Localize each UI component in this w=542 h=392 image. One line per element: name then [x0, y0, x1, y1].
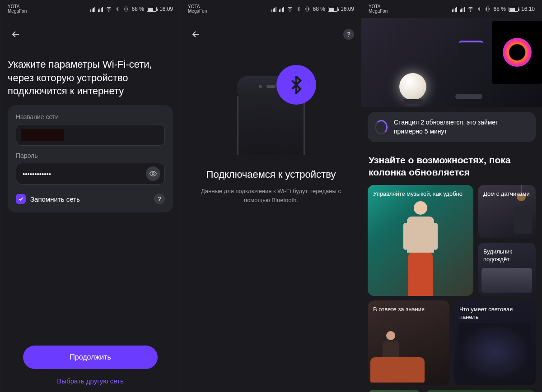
battery-icon [509, 7, 519, 12]
banner-text: Станция 2 обновляется, это займет пример… [394, 118, 528, 136]
bluetooth-icon [477, 6, 482, 12]
svg-point-0 [108, 11, 109, 11]
arrow-left-icon [191, 29, 201, 40]
updating-screen: YOTA MegaFon 68 % 16:10 Станция 2 обновл… [361, 0, 542, 392]
battery-icon [328, 7, 338, 12]
carrier-2: MegaFon [369, 9, 388, 14]
card-knowledge[interactable]: В ответе за знания [368, 300, 449, 385]
wifi-icon [287, 6, 293, 12]
battery-icon [147, 7, 157, 12]
card-news[interactable]: Слушайте интересные вам новости и шоу Ал… [425, 390, 536, 392]
svg-rect-4 [306, 7, 308, 11]
bluetooth-icon [287, 76, 305, 94]
card-title: Дом с датчиками [483, 190, 530, 198]
vibrate-icon [485, 6, 491, 12]
network-label: Название сети [16, 113, 165, 120]
card-light-panel[interactable]: Что умеет световая панель [454, 300, 536, 385]
wifi-icon [467, 6, 474, 12]
vibrate-icon [304, 6, 310, 12]
hero-image [361, 18, 542, 107]
eye-icon [149, 170, 157, 178]
signal-icon [90, 7, 95, 12]
signal-icon [271, 7, 276, 12]
remember-network-checkbox[interactable] [16, 194, 26, 204]
status-bar: YOTA MegaFon 68 % 16:09 [0, 0, 180, 18]
wifi-form: Название сети Пароль Запомнить сеть ? [8, 105, 173, 212]
battery-pct: 68 % [494, 6, 506, 12]
card-title: В ответе за знания [373, 306, 444, 314]
status-bar: YOTA MegaFon 68 % 16:10 [361, 0, 542, 18]
svg-point-3 [290, 11, 290, 11]
card-sensors[interactable]: Дом с датчиками [478, 185, 536, 238]
bluetooth-icon [115, 6, 120, 12]
status-bar: YOTA MegaFon 68 % 16:09 [181, 0, 361, 18]
vibrate-icon [123, 6, 129, 12]
clock: 16:09 [341, 6, 354, 12]
page-title: Укажите параметры Wi-Fi-сети, через кото… [0, 42, 180, 105]
check-icon [18, 196, 24, 202]
connecting-screen: YOTA MegaFon 68 % 16:09 ? Подключаемся к… [181, 0, 361, 392]
connecting-subtitle: Данные для подключения к Wi-Fi будут пер… [181, 180, 361, 211]
signal-icon-2 [98, 7, 103, 12]
spinner-icon [375, 120, 388, 134]
remember-network-label: Запомнить сеть [30, 195, 150, 203]
bluetooth-badge [276, 65, 316, 105]
bluetooth-icon [296, 6, 301, 12]
back-button[interactable] [188, 26, 204, 42]
battery-pct: 68 % [313, 6, 325, 12]
carrier-2: MegaFon [8, 9, 27, 14]
svg-point-2 [152, 173, 154, 175]
back-button[interactable] [8, 26, 24, 42]
wifi-settings-screen: YOTA MegaFon 68 % 16:09 Укажите параметр… [0, 0, 181, 392]
svg-rect-1 [125, 7, 127, 11]
carrier-2: MegaFon [188, 9, 207, 14]
svg-point-5 [470, 11, 471, 11]
arrow-left-icon [10, 29, 21, 40]
card-time[interactable]: Как всё успеть [368, 390, 421, 392]
card-alarm[interactable]: Будильник подождёт [478, 243, 536, 296]
clock: 16:10 [521, 6, 535, 12]
wifi-icon [106, 6, 112, 12]
card-title: Что умеет световая панель [459, 306, 530, 321]
toggle-password-visibility[interactable] [146, 166, 160, 181]
help-button[interactable]: ? [343, 29, 354, 40]
signal-icon-2 [460, 7, 465, 12]
password-label: Пароль [16, 152, 165, 159]
connecting-title: Подключаемся к устройству [181, 169, 361, 180]
feature-cards: Управляйте музыкой, как удобно Дом с дат… [361, 185, 542, 392]
card-music[interactable]: Управляйте музыкой, как удобно [368, 185, 473, 296]
signal-icon [452, 7, 457, 12]
svg-rect-6 [486, 7, 489, 11]
network-name-input[interactable] [16, 124, 165, 146]
features-title: Узнайте о возможностях, пока колонка обн… [361, 147, 542, 185]
card-title: Управляйте музыкой, как удобно [373, 190, 468, 198]
password-input[interactable] [16, 163, 165, 184]
continue-button[interactable]: Продолжить [23, 346, 158, 369]
remember-help-button[interactable]: ? [154, 194, 165, 204]
connecting-illustration [212, 69, 330, 160]
battery-pct: 68 % [132, 6, 144, 12]
choose-other-network-link[interactable]: Выбрать другую сеть [23, 377, 158, 385]
clock: 16:09 [159, 6, 173, 12]
signal-icon-2 [279, 7, 284, 12]
card-title: Будильник подождёт [483, 248, 530, 263]
update-banner: Станция 2 обновляется, это займет пример… [368, 112, 536, 142]
